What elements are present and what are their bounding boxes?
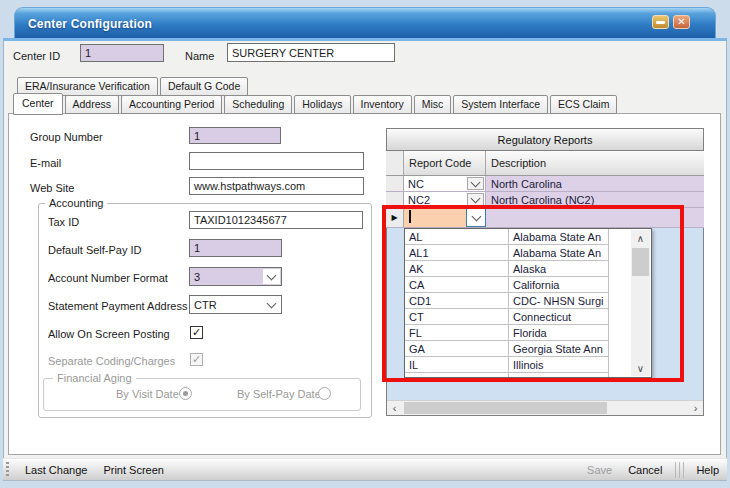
dropdown-vertical-scrollbar[interactable]: ∧ ∨ <box>631 230 650 376</box>
dropdown-item-ca[interactable]: CA California <box>405 277 651 293</box>
last-change-button[interactable]: Last Change <box>17 464 95 476</box>
chevron-down-icon <box>471 177 481 187</box>
toolbar-grip <box>6 462 9 478</box>
name-field[interactable]: SURGERY CENTER <box>227 43 395 62</box>
print-screen-button[interactable]: Print Screen <box>95 464 172 476</box>
separate-coding-charges-checkbox: ✓ <box>190 353 203 366</box>
row-selector-header <box>386 151 404 175</box>
chevron-down-icon <box>471 193 481 203</box>
center-configuration-dialog: Center Configuration ✕ Center ID 1 Name … <box>0 0 730 488</box>
group-number-label: Group Number <box>30 131 103 143</box>
by-self-pay-date-radio[interactable] <box>318 387 331 400</box>
close-button[interactable]: ✕ <box>673 15 690 29</box>
report-code-edit-cell[interactable] <box>404 208 466 227</box>
tax-id-label: Tax ID <box>48 216 79 228</box>
grid-row-nc[interactable]: NC North Carolina <box>386 176 704 192</box>
grid-edit-row[interactable]: ▶ <box>386 208 704 228</box>
check-icon: ✓ <box>192 354 201 365</box>
tab-default-g-code[interactable]: Default G Code <box>160 77 248 96</box>
window-titlebar[interactable]: Center Configuration ✕ <box>14 7 716 38</box>
minimize-icon <box>656 21 665 24</box>
allow-on-screen-posting-checkbox[interactable]: ✓ <box>190 326 203 339</box>
current-row-arrow-icon: ▶ <box>391 213 397 222</box>
save-button[interactable]: Save <box>579 464 620 476</box>
help-button[interactable]: Help <box>688 464 727 476</box>
default-self-pay-id-label: Default Self-Pay ID <box>48 244 142 256</box>
grid-header-row: Report Code Description <box>386 151 704 176</box>
chevron-down-icon <box>471 211 481 221</box>
report-code-dropdown-list: AL Alabama State An AL1 Alabama State An… <box>404 228 652 378</box>
accounting-group-title: Accounting <box>45 197 107 209</box>
dropdown-item-il[interactable]: IL Illinois <box>405 357 651 373</box>
default-self-pay-id-field[interactable]: 1 <box>189 239 282 257</box>
tab-inventory[interactable]: Inventory <box>353 95 412 114</box>
by-visit-date-label: By Visit Date <box>116 388 179 400</box>
scroll-right-icon[interactable]: › <box>688 401 703 415</box>
center-id-field[interactable]: 1 <box>80 44 164 62</box>
center-id-label: Center ID <box>13 50 60 62</box>
tab-scheduling[interactable]: Scheduling <box>224 95 292 114</box>
web-site-label: Web Site <box>30 182 74 194</box>
account-number-format-combobox[interactable]: 3 <box>189 267 282 286</box>
check-icon: ✓ <box>192 327 201 338</box>
account-number-format-label: Account Number Format <box>48 272 168 284</box>
tab-strip-row2: Center Address Accounting Period Schedul… <box>13 95 619 114</box>
report-code-dropdown-button[interactable] <box>467 177 484 190</box>
bottom-toolbar: Last Change Print Screen Save Cancel Hel… <box>3 458 727 481</box>
report-code-dropdown-button[interactable] <box>467 193 484 206</box>
chevron-down-icon <box>267 270 277 280</box>
text-caret <box>409 210 411 223</box>
tab-address[interactable]: Address <box>65 95 120 114</box>
scroll-down-icon[interactable]: ∨ <box>631 360 650 376</box>
dropdown-item-ak[interactable]: AK Alaska <box>405 261 651 277</box>
statement-payment-address-label: Statement Payment Address <box>48 300 187 312</box>
dropdown-item-al1[interactable]: AL1 Alabama State An <box>405 245 651 261</box>
vertical-scroll-thumb[interactable] <box>632 248 649 276</box>
report-code-open-dropdown-button[interactable] <box>466 208 486 227</box>
toolbar-separator <box>672 462 686 478</box>
tab-holidays[interactable]: Holidays <box>294 95 350 114</box>
report-code-column-header[interactable]: Report Code <box>404 151 486 175</box>
titlebar-accent-strip <box>3 38 727 41</box>
dropdown-item-al[interactable]: AL Alabama State An <box>405 229 651 245</box>
close-icon: ✕ <box>677 17 685 27</box>
web-site-field[interactable]: www.hstpathways.com <box>189 177 364 195</box>
tab-ecs-claim[interactable]: ECS Claim <box>550 95 617 114</box>
window-title: Center Configuration <box>28 17 152 31</box>
dropdown-item-il1[interactable]: IL1 Illinois Annual AST <box>405 373 651 378</box>
name-label: Name <box>185 50 214 62</box>
email-field[interactable] <box>189 152 364 170</box>
tab-accounting-period[interactable]: Accounting Period <box>121 95 222 114</box>
tab-misc[interactable]: Misc <box>414 95 452 114</box>
email-label: E-mail <box>30 157 61 169</box>
horizontal-scroll-thumb[interactable] <box>404 402 607 414</box>
regulatory-reports-caption: Regulatory Reports <box>386 128 704 151</box>
separate-coding-charges-label: Separate Coding/Charges <box>48 355 175 367</box>
allow-on-screen-posting-label: Allow On Screen Posting <box>48 328 170 340</box>
financial-aging-group-title: Financial Aging <box>53 372 136 384</box>
by-visit-date-radio[interactable] <box>179 387 192 400</box>
tax-id-field[interactable]: TAXID1012345677 <box>189 211 363 229</box>
grid-row-nc2[interactable]: NC2 North Carolina (NC2) <box>386 192 704 208</box>
scroll-left-icon[interactable]: ‹ <box>387 401 402 415</box>
dropdown-item-fl[interactable]: FL Florida <box>405 325 651 341</box>
dropdown-item-ct[interactable]: CT Connecticut <box>405 309 651 325</box>
scroll-up-icon[interactable]: ∧ <box>631 230 650 246</box>
grid-horizontal-scrollbar[interactable]: ‹ › <box>387 400 703 415</box>
description-column-header[interactable]: Description <box>486 151 704 175</box>
minimize-button[interactable] <box>652 15 669 29</box>
tab-system-interface[interactable]: System Interface <box>453 95 548 114</box>
by-self-pay-date-label: By Self-Pay Date <box>237 388 321 400</box>
dropdown-item-cd1[interactable]: CD1 CDC- NHSN Surgi <box>405 293 651 309</box>
dropdown-item-ga[interactable]: GA Georgia State Ann <box>405 341 651 357</box>
chevron-down-icon <box>267 298 277 308</box>
cancel-button[interactable]: Cancel <box>620 464 670 476</box>
statement-payment-address-combobox[interactable]: CTR <box>189 295 282 314</box>
group-number-field[interactable]: 1 <box>189 127 281 144</box>
tab-center[interactable]: Center <box>13 93 63 115</box>
